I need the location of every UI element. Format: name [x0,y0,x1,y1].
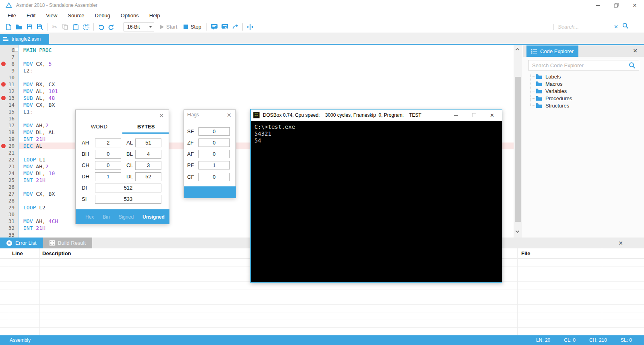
register-label-bh: BH [82,151,89,157]
menu-options[interactable]: Options [116,10,144,21]
copy-icon[interactable] [60,22,70,32]
dosbox-icon: DOSBOX [253,112,260,118]
breakpoint-dot[interactable] [1,144,6,148]
tree-item-macros[interactable]: Macros [523,80,644,87]
menu-view[interactable]: View [41,10,62,21]
stop-button[interactable]: Stop [184,24,201,30]
menu-bar: FileEditViewSourceDebugOptionsHelp [0,10,644,21]
registers-tab-word[interactable]: WORD [76,122,123,132]
bottom-tab-error-list[interactable]: ✕Error List [0,238,43,248]
code-explorer-search-input[interactable] [528,62,629,68]
scroll-up-icon[interactable] [516,48,520,52]
register-value-dl[interactable]: 52 [135,172,161,181]
register-value-ah[interactable]: 2 [95,138,121,147]
flag-value-cf[interactable]: 0 [198,173,230,181]
tab-triangle2-asm[interactable]: triangle2.asm [0,34,49,44]
code-explorer-tab[interactable]: Code Explorer [526,45,578,57]
code-line-10[interactable] [19,74,514,81]
register-value-ch[interactable]: 0 [95,161,121,170]
tree-item-procedures[interactable]: Procedures [523,95,644,102]
format-option-bin[interactable]: Bin [103,214,109,220]
tree-item-variables[interactable]: Variables [523,87,644,95]
tree-item-labels[interactable]: Labels [523,73,644,80]
column-header-line[interactable]: Line [12,248,23,259]
breakpoint-dot[interactable] [1,96,6,100]
column-header-description[interactable]: Description [42,248,71,259]
flag-value-pf[interactable]: 1 [198,161,230,169]
redo-icon[interactable] [106,22,117,32]
search-input[interactable] [553,24,610,30]
register-value-bh[interactable]: 0 [95,150,121,159]
split-view-icon[interactable] [245,22,255,32]
tree-item-structures[interactable]: Structures [523,102,644,109]
register-value-di[interactable]: 512 [95,184,161,192]
gutter-line-27: 27 [0,190,18,197]
search-icon[interactable] [622,23,629,31]
code-line-11[interactable]: MOV BX, CX [19,81,514,88]
menu-file[interactable]: File [2,10,21,21]
start-button[interactable]: Start [160,24,177,30]
bit-mode-select[interactable]: 16-Bit [124,23,154,31]
console-output-icon[interactable] [209,22,219,32]
register-value-si[interactable]: 533 [95,195,161,204]
new-file-icon[interactable] [3,22,14,32]
flag-value-sf[interactable]: 0 [198,127,230,136]
menu-help[interactable]: Help [144,10,165,21]
register-row: AH2AL51 [76,138,169,147]
code-line-13[interactable]: SUB AL, 48 [19,95,514,101]
code-line-6[interactable]: MAIN PROC [19,47,514,54]
code-line-12[interactable]: MOV AL, 101 [19,88,514,95]
restore-button[interactable] [607,0,625,10]
fold-marker-icon[interactable]: – [14,48,18,52]
column-header-file[interactable]: File [521,248,530,259]
breakpoint-dot[interactable] [1,62,6,66]
close-button[interactable]: ✕ [625,0,644,10]
console-clear-icon[interactable] [219,22,230,32]
flags-close-icon[interactable]: ✕ [227,112,231,118]
undo-icon[interactable] [96,22,106,32]
format-option-signed[interactable]: Signed [119,214,134,220]
register-value-bl[interactable]: 4 [135,150,161,159]
breakpoint-dot[interactable] [1,82,6,87]
bottom-panel-close-icon[interactable]: ✕ [618,240,623,246]
register-value-cl[interactable]: 3 [135,161,161,170]
save-as-icon[interactable] [35,22,45,32]
scrollbar-thumb[interactable] [515,77,521,222]
register-value-dh[interactable]: 1 [95,172,121,181]
scroll-down-icon[interactable] [516,231,520,234]
build-grid-icon [50,240,55,246]
register-value-al[interactable]: 51 [135,138,161,147]
format-option-hex[interactable]: Hex [85,214,94,220]
code-line-7[interactable] [19,54,514,60]
code-line-9[interactable]: L2: [19,67,514,74]
error-list-row [0,320,644,328]
dosbox-minimize-button[interactable] [447,109,465,121]
step-over-icon[interactable] [230,22,240,32]
cut-icon[interactable]: ✂ [50,22,60,32]
code-explorer-close-icon[interactable]: ✕ [633,48,638,54]
folder-icon [536,103,542,108]
menu-source[interactable]: Source [62,10,89,21]
code-explorer-search-icon[interactable] [629,62,636,69]
format-option-unsigned[interactable]: Unsigned [142,214,165,220]
registers-tab-bytes[interactable]: BYTES [123,122,170,132]
dosbox-close-button[interactable]: ✕ [483,109,501,121]
code-line-8[interactable]: MOV CX, 5 [19,60,514,67]
chevron-down-icon[interactable] [147,23,154,31]
editor-scrollbar[interactable] [514,45,522,238]
flag-value-zf[interactable]: 0 [198,138,230,147]
code-line-14[interactable]: MOV CX, BX [19,101,514,108]
select-all-icon[interactable] [81,22,91,32]
minimize-button[interactable] [588,0,607,10]
save-icon[interactable] [24,22,35,32]
flag-value-af[interactable]: 0 [198,150,230,158]
menu-edit[interactable]: Edit [21,10,41,21]
open-folder-icon[interactable] [14,22,24,32]
paste-icon[interactable] [70,22,81,32]
menu-debug[interactable]: Debug [90,10,116,21]
tree-connector [530,84,535,84]
registers-close-icon[interactable]: ✕ [159,112,164,119]
dosbox-maximize-button[interactable] [465,109,483,121]
bottom-tab-build-result[interactable]: Build Result [43,238,92,248]
search-clear-icon[interactable]: ✕ [614,24,618,30]
